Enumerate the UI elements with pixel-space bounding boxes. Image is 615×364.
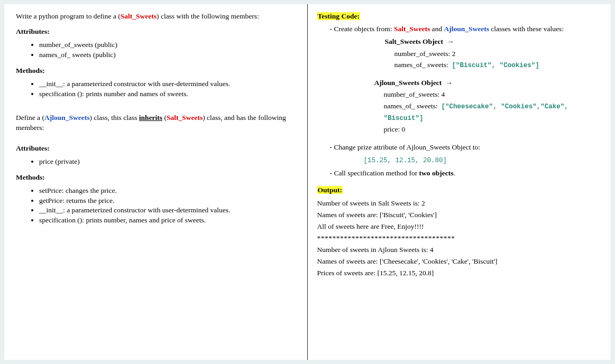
create-class-1: Salt_Sweets bbox=[394, 25, 430, 33]
define-paragraph: Define a (Ajloun_Sweets) class, this cla… bbox=[16, 113, 297, 132]
define-mid1: ) class, this class bbox=[89, 114, 139, 122]
intro-class: Salt_Sweets bbox=[121, 12, 157, 20]
output-line: Number of sweets in Salt Sweets is: 2 bbox=[317, 198, 601, 209]
step-change: Change prize attribute of Ajloun_Sweets … bbox=[337, 143, 601, 165]
call-bold: two objects bbox=[419, 169, 454, 177]
salt-num-line: number_of_sweets: 2 bbox=[394, 48, 601, 60]
step-call: Call specification method for two object… bbox=[337, 169, 601, 178]
ajl-num-val: 4 bbox=[439, 90, 445, 98]
create-post: classes with these values: bbox=[489, 25, 564, 33]
ajloun-object-header: Ajloun_Sweets Object → bbox=[374, 78, 601, 88]
output-line: Prices of sweets are: [15.25, 12.15, 20.… bbox=[317, 268, 601, 279]
methods-title-1: Methods: bbox=[16, 67, 297, 75]
list-item: __init__: a parameterized constructor wi… bbox=[39, 79, 297, 89]
create-pre: Create objects from: bbox=[334, 25, 394, 33]
attributes-list-1: number_of_sweets (public) names_of_ swee… bbox=[39, 40, 297, 59]
output-line: All of sweets here are Free, Enjoy!!!! bbox=[317, 221, 601, 232]
testing-code-label: Testing Code: bbox=[317, 12, 360, 20]
right-column: Testing Code: Create objects from: Salt_… bbox=[308, 4, 611, 360]
attributes-list-2: price (private) bbox=[39, 157, 297, 166]
list-item: specification (): prints number and name… bbox=[39, 89, 297, 99]
define-parent: Salt_Sweets bbox=[167, 114, 203, 122]
intro-pre: Write a python program to define a ( bbox=[16, 12, 121, 20]
change-value-line: [15.25, 12.15, 20.80] bbox=[364, 155, 601, 165]
define-pre: Define a ( bbox=[16, 114, 44, 122]
output-line: Number of sweets in Ajloun Sweets is: 4 bbox=[317, 245, 601, 256]
salt-object-header: Salt_Sweets Object → bbox=[385, 37, 601, 46]
document-page: Write a python program to define a (Salt… bbox=[4, 4, 611, 360]
change-text: Change prize attribute of Ajloun_Sweets … bbox=[334, 143, 480, 151]
salt-object-block: Salt_Sweets Object → number_of_sweets: 2… bbox=[385, 37, 601, 71]
salt-num-val: 2 bbox=[450, 50, 455, 58]
define-mid2: ( bbox=[162, 114, 167, 122]
attributes-title-1: Attributes: bbox=[16, 27, 297, 36]
salt-object-title: Salt_Sweets Object bbox=[385, 38, 444, 45]
methods-list-2: setPrice: changes the price. getPrice: r… bbox=[39, 186, 297, 225]
arrow-icon: → bbox=[447, 38, 454, 45]
ajl-names-label: names_of_ sweets: bbox=[384, 102, 438, 110]
output-separator: ************************************ bbox=[317, 233, 601, 244]
ajl-price-label: price: bbox=[384, 125, 400, 133]
define-inherits: inherits bbox=[139, 114, 162, 122]
salt-names-label: names_of_ sweets: bbox=[394, 61, 448, 69]
ajloun-object-block: Ajloun_Sweets Object → number_of_sweets:… bbox=[374, 78, 601, 135]
ajl-price-val: 0 bbox=[400, 125, 405, 133]
arrow-icon: → bbox=[445, 79, 453, 87]
methods-title-2: Methods: bbox=[16, 173, 297, 182]
testing-steps: Create objects from: Salt_Sweets and Ajl… bbox=[337, 24, 601, 178]
list-item: names_of_ sweets (public) bbox=[39, 50, 297, 60]
create-and: and bbox=[430, 25, 444, 33]
salt-num-label: number_of_sweets: bbox=[394, 50, 451, 58]
list-item: getPrice: returns the price. bbox=[39, 196, 297, 206]
ajloun-object-title: Ajloun_Sweets Object bbox=[374, 79, 442, 87]
ajl-num-line: number_of_sweets: 4 bbox=[384, 89, 601, 100]
output-line: Names of sweets are: ['Cheesecake', 'Coo… bbox=[317, 256, 601, 267]
list-item: specification (): prints number, names a… bbox=[39, 216, 297, 225]
call-post: . bbox=[453, 169, 455, 177]
list-item: price (private) bbox=[39, 157, 297, 166]
left-column: Write a python program to define a (Salt… bbox=[4, 4, 308, 360]
testing-code-title: Testing Code: bbox=[317, 12, 601, 21]
step-create: Create objects from: Salt_Sweets and Ajl… bbox=[337, 24, 601, 135]
list-item: __init__: a parameterized constructor wi… bbox=[39, 206, 297, 215]
output-line: Names of sweets are: ['Biscuit', 'Cookie… bbox=[317, 210, 601, 221]
salt-names-line: names_of_ sweets: ["Biscuit", "Cookies"] bbox=[394, 59, 601, 71]
change-value: [15.25, 12.15, 20.80] bbox=[364, 157, 447, 164]
ajl-price-line: price: 0 bbox=[384, 124, 601, 135]
ajl-names-line: names_of_ sweets: ["Cheesecake", "Cookie… bbox=[384, 100, 601, 124]
create-class-2: Ajloun_Sweets bbox=[444, 25, 489, 33]
define-class: Ajloun_Sweets bbox=[44, 114, 90, 122]
intro-paragraph: Write a python program to define a (Salt… bbox=[16, 12, 297, 21]
intro-post: ) class with the following members: bbox=[157, 12, 259, 20]
attributes-title-2: Attributes: bbox=[16, 144, 297, 153]
output-title-wrap: Output: bbox=[317, 185, 601, 195]
salt-names-val: ["Biscuit", "Cookies"] bbox=[452, 62, 539, 69]
ajl-num-label: number_of_sweets: bbox=[384, 90, 440, 98]
output-title: Output: bbox=[317, 186, 343, 194]
call-pre: Call specification method for bbox=[334, 169, 419, 177]
output-block: Number of sweets in Salt Sweets is: 2 Na… bbox=[317, 198, 601, 278]
methods-list-1: __init__: a parameterized constructor wi… bbox=[39, 79, 297, 98]
list-item: setPrice: changes the price. bbox=[39, 186, 297, 195]
list-item: number_of_sweets (public) bbox=[39, 40, 297, 50]
